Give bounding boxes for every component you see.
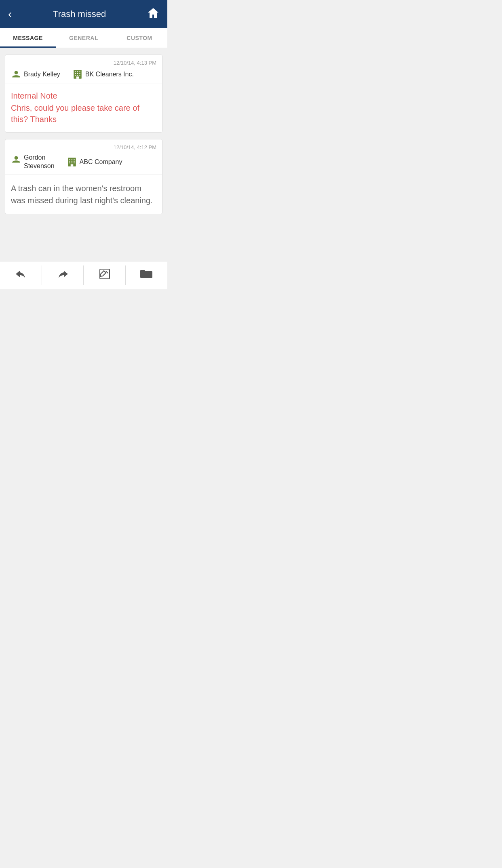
- svg-point-12: [15, 156, 18, 160]
- person-1: Brady Kelley: [11, 69, 60, 80]
- compose-button[interactable]: [84, 261, 126, 289]
- svg-rect-22: [74, 162, 74, 163]
- building-icon-2: [67, 157, 77, 167]
- message-card-2: 12/10/14, 4:12 PM GordonStevenson: [5, 139, 162, 214]
- card-header-1: 12/10/14, 4:13 PM Brady Kelley: [5, 55, 162, 84]
- person-2: GordonStevenson: [11, 154, 55, 171]
- svg-rect-5: [75, 73, 76, 74]
- svg-rect-8: [75, 75, 76, 76]
- svg-rect-16: [74, 159, 74, 160]
- internal-note-text: Chris, could you please take care of thi…: [11, 102, 156, 125]
- svg-rect-17: [69, 161, 70, 162]
- svg-point-0: [15, 71, 18, 74]
- svg-rect-4: [79, 71, 80, 72]
- svg-rect-23: [70, 164, 73, 166]
- person-icon-2: [11, 154, 21, 165]
- svg-rect-9: [77, 75, 78, 76]
- company-2: ABC Company: [67, 157, 122, 167]
- svg-rect-11: [76, 76, 79, 78]
- company-1: BK Cleaners Inc.: [72, 69, 134, 80]
- back-button[interactable]: ‹: [8, 8, 12, 21]
- tab-message[interactable]: MESSAGE: [0, 28, 56, 48]
- card-meta-2: GordonStevenson: [11, 154, 156, 171]
- bottom-toolbar: [0, 261, 167, 289]
- reply-back-button[interactable]: [0, 261, 42, 289]
- timestamp-2: 12/10/14, 4:12 PM: [11, 144, 156, 150]
- card-header-2: 12/10/14, 4:12 PM GordonStevenson: [5, 139, 162, 175]
- app-header: ‹ Trash missed: [0, 0, 167, 28]
- svg-rect-15: [72, 159, 72, 160]
- tab-general[interactable]: GENERAL: [56, 28, 112, 48]
- svg-rect-14: [69, 159, 70, 160]
- svg-rect-21: [72, 162, 72, 163]
- svg-rect-10: [79, 75, 80, 76]
- reply-back-icon: [15, 268, 27, 282]
- internal-note-label: Internal Note: [11, 91, 156, 101]
- tab-bar: MESSAGE GENERAL CUSTOM: [0, 28, 167, 48]
- card-meta-1: Brady Kelley: [11, 69, 156, 80]
- folder-button[interactable]: [126, 261, 168, 289]
- svg-rect-18: [72, 161, 72, 162]
- card-body-2: A trash can in the women's restroom was …: [5, 175, 162, 214]
- message-list: 12/10/14, 4:13 PM Brady Kelley: [0, 48, 167, 261]
- forward-icon: [56, 268, 69, 282]
- svg-rect-3: [77, 71, 78, 72]
- person-icon-1: [11, 69, 21, 80]
- folder-icon: [139, 268, 153, 282]
- svg-rect-2: [75, 71, 76, 72]
- building-icon-1: [72, 69, 83, 80]
- svg-rect-6: [77, 73, 78, 74]
- timestamp-1: 12/10/14, 4:13 PM: [11, 60, 156, 66]
- tab-custom[interactable]: CUSTOM: [112, 28, 167, 48]
- message-card-1: 12/10/14, 4:13 PM Brady Kelley: [5, 55, 162, 133]
- message-text-2: A trash can in the women's restroom was …: [11, 182, 156, 206]
- forward-button[interactable]: [42, 261, 84, 289]
- svg-rect-19: [74, 161, 74, 162]
- page-title: Trash missed: [53, 9, 106, 19]
- svg-rect-7: [79, 73, 80, 74]
- compose-icon: [99, 268, 111, 283]
- card-body-1: Internal Note Chris, could you please ta…: [5, 84, 162, 132]
- home-button[interactable]: [147, 7, 159, 21]
- svg-rect-20: [69, 162, 70, 163]
